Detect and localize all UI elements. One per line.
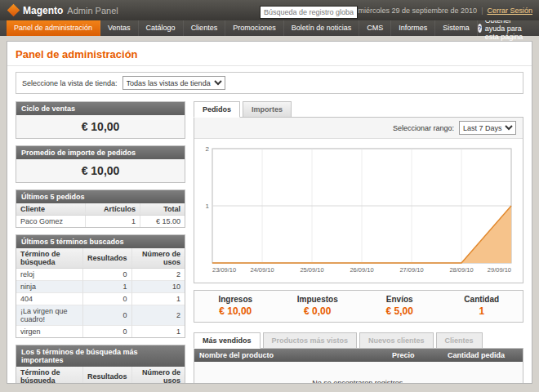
table-cell: 1 xyxy=(85,216,140,228)
header-separator: | xyxy=(481,7,483,15)
table-row[interactable]: ninja110 xyxy=(16,281,185,293)
table-row[interactable]: reloj02 xyxy=(16,269,185,281)
dashboard-left-column: Ciclo de ventas € 10,00 Promedio de impo… xyxy=(16,101,185,384)
chart-toolbar: Seleccionar rango: Last 7 Days xyxy=(194,118,523,139)
tab-nuevos-clientes[interactable]: Nuevos clientes xyxy=(359,332,434,349)
svg-text:29/09/10: 29/09/10 xyxy=(488,266,511,274)
help-link[interactable]: ? Obtener ayuda para esta página xyxy=(478,20,539,36)
nav-item-clientes[interactable]: Clientes xyxy=(184,20,226,36)
table-row[interactable]: virgen01 xyxy=(16,326,185,338)
table-row[interactable]: Paco Gomez1€ 15.00 xyxy=(16,216,185,228)
table-cell: 2 xyxy=(131,269,185,281)
products-table: Nombre del producto Precio Cantidad pedi… xyxy=(194,348,523,384)
column-header: Resultados xyxy=(83,248,132,269)
column-header: Total xyxy=(140,203,185,216)
table-cell: 10 xyxy=(131,281,185,293)
table-cell: 0 xyxy=(83,293,132,305)
svg-text:25/09/10: 25/09/10 xyxy=(300,266,323,274)
summary-label: Impuestos xyxy=(277,295,359,304)
table-row[interactable]: ¡La virgen que cuadro!02 xyxy=(16,305,185,326)
global-search xyxy=(260,3,358,19)
global-search-input[interactable] xyxy=(260,6,358,19)
store-view-label: Seleccione la vista de tienda: xyxy=(22,79,118,87)
svg-text:1: 1 xyxy=(206,203,210,210)
column-header-product: Nombre del producto xyxy=(199,351,392,359)
table-cell: € 15.00 xyxy=(140,216,185,228)
tab-importes[interactable]: Importes xyxy=(243,101,292,118)
column-header: Número de usos xyxy=(131,367,185,384)
last-orders-title: Últimos 5 pedidos xyxy=(16,190,185,203)
svg-text:23/09/10: 23/09/10 xyxy=(212,266,236,274)
svg-text:28/09/10: 28/09/10 xyxy=(449,266,473,274)
header-date: miércoles 29 de septiembre de 2010 xyxy=(359,7,478,15)
store-view-select[interactable]: Todas las vistas de tienda xyxy=(122,76,225,90)
range-select[interactable]: Last 7 Days xyxy=(459,121,516,135)
nav-item-boletin[interactable]: Boletín de noticias xyxy=(284,20,360,36)
nav-item-ventas[interactable]: Ventas xyxy=(100,20,139,36)
summary-label: Ingresos xyxy=(194,295,277,304)
table-row[interactable]: 40401 xyxy=(16,293,185,305)
column-header: Artículos xyxy=(85,203,140,216)
top-search-terms-table: Término de búsquedaResultadosNúmero de u… xyxy=(16,367,185,384)
table-cell: 2 xyxy=(131,305,185,326)
products-tab-row: Más vendidos Productos más vistos Nuevos… xyxy=(194,332,523,348)
average-orders-panel: Promedio de importe de pedidos € 10,00 xyxy=(16,145,185,183)
tab-clientes[interactable]: Clientes xyxy=(436,332,483,349)
logout-link[interactable]: Cerrar Sesión xyxy=(487,7,532,15)
column-header-qty: Cantidad pedida xyxy=(448,351,518,359)
main-nav: Panel de administración Ventas Catálogo … xyxy=(0,20,539,36)
summary-value: 1 xyxy=(441,305,523,317)
nav-item-cms[interactable]: CMS xyxy=(359,20,391,36)
tab-mas-vendidos[interactable]: Más vendidos xyxy=(194,332,261,349)
chart-area: 1223/09/1024/09/1025/09/1026/09/1027/09/… xyxy=(194,139,523,283)
tab-productos-mas-vistos[interactable]: Productos más vistos xyxy=(263,332,358,349)
orders-chart-panel: Seleccionar rango: Last 7 Days 1223/09/1… xyxy=(194,117,523,283)
page-title: Panel de administración xyxy=(7,42,532,65)
table-cell: 404 xyxy=(16,293,83,305)
column-header: Cliente xyxy=(16,203,85,216)
lifetime-sales-value: € 10,00 xyxy=(16,115,185,138)
nav-item-informes[interactable]: Informes xyxy=(391,20,435,36)
average-orders-title: Promedio de importe de pedidos xyxy=(16,146,185,159)
tab-pedidos[interactable]: Pedidos xyxy=(194,101,240,118)
nav-item-sistema[interactable]: Sistema xyxy=(435,20,478,36)
column-header: Número de usos xyxy=(131,248,185,269)
table-cell: 0 xyxy=(83,326,132,338)
summary-label: Cantidad xyxy=(441,295,523,304)
nav-item-panel[interactable]: Panel de administración xyxy=(7,20,100,36)
lifetime-sales-title: Ciclo de ventas xyxy=(16,102,185,115)
summary-value: € 0,00 xyxy=(277,305,359,317)
table-cell: reloj xyxy=(16,269,83,281)
empty-records-message: No se encontraron registros. xyxy=(194,362,523,384)
nav-item-catalogo[interactable]: Catálogo xyxy=(139,20,184,36)
products-table-header: Nombre del producto Precio Cantidad pedi… xyxy=(194,349,523,362)
last-search-terms-table: Término de búsquedaResultadosNúmero de u… xyxy=(16,248,185,337)
average-orders-value: € 10,00 xyxy=(16,159,185,182)
store-view-strip: Seleccione la vista de tienda: Todas las… xyxy=(7,65,532,101)
column-header-price: Precio xyxy=(392,351,448,359)
svg-text:27/09/10: 27/09/10 xyxy=(399,266,423,274)
orders-tab-row: Pedidos Importes xyxy=(194,101,523,117)
summary-envios: Envíos € 5,00 xyxy=(359,291,441,322)
dashboard-right-column: Pedidos Importes Seleccionar rango: Last… xyxy=(194,101,523,384)
svg-text:2: 2 xyxy=(206,145,210,153)
summary-impuestos: Impuestos € 0,00 xyxy=(277,291,359,322)
summary-value: € 5,00 xyxy=(359,305,441,317)
brand-name: Magento xyxy=(23,5,63,16)
top-search-terms-panel: Los 5 términos de búsqueda más important… xyxy=(16,345,185,384)
svg-text:26/09/10: 26/09/10 xyxy=(350,266,373,274)
orders-chart: 1223/09/1024/09/1025/09/1026/09/1027/09/… xyxy=(199,144,518,274)
magento-logo-icon xyxy=(7,4,20,17)
nav-item-promociones[interactable]: Promociones xyxy=(225,20,284,36)
content-panel: Panel de administración Seleccione la vi… xyxy=(7,41,532,384)
table-cell: Paco Gomez xyxy=(16,216,85,228)
last-search-terms-panel: Últimos 5 términos buscados Término de b… xyxy=(16,234,185,338)
last-search-terms-title: Últimos 5 términos buscados xyxy=(16,235,185,248)
top-search-terms-title: Los 5 términos de búsqueda más important… xyxy=(16,345,185,367)
column-header: Término de búsqueda xyxy=(16,248,83,269)
range-label: Seleccionar rango: xyxy=(393,124,454,132)
summary-ingresos: Ingresos € 10,00 xyxy=(194,291,277,322)
last-orders-panel: Últimos 5 pedidos ClienteArtículosTotalP… xyxy=(16,189,185,228)
table-cell: ninja xyxy=(16,281,83,293)
table-cell: 1 xyxy=(131,326,185,338)
